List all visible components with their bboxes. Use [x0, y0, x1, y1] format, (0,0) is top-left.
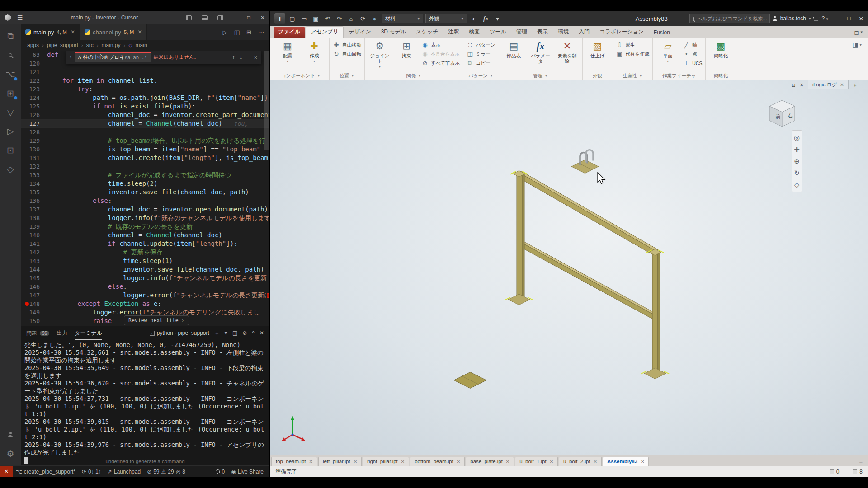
close-icon[interactable]: ✕ — [354, 459, 357, 464]
adjust-icon[interactable]: ◐ — [469, 14, 479, 23]
code-line-126[interactable]: 126 channel_doc = inventor.create_part_d… — [21, 111, 269, 119]
remote-indicator[interactable]: ✕ — [0, 466, 13, 477]
sync-item[interactable]: ⟳ 0↓ 1↑ — [79, 466, 104, 477]
code-line-137[interactable]: 137 channel_doc = inventor.open_document… — [21, 205, 269, 214]
ribbon-tab-スケッチ[interactable]: スケッチ — [411, 27, 443, 38]
ribbon-display-options[interactable]: ⊡▾ — [854, 30, 868, 38]
line-number[interactable]: 134 — [21, 179, 47, 188]
code-line-128[interactable]: 128 — [21, 128, 269, 136]
notifications-item[interactable]: 0 — [212, 466, 228, 477]
layout-button[interactable]: ⊞ — [246, 29, 251, 36]
ribbon-group-label[interactable]: コンポーネント▼ — [276, 72, 326, 80]
testing-icon[interactable]: ▽ — [0, 103, 21, 121]
panel-more-icon[interactable]: ⋯ — [109, 330, 115, 336]
material-ball-icon[interactable]: ● — [370, 14, 379, 23]
ribbon-group-label[interactable]: パターン▼ — [467, 72, 495, 80]
panel-tab-ターミナル[interactable]: ターミナル — [75, 326, 102, 340]
line-number[interactable]: 122 — [21, 76, 47, 85]
layout-sidebar-right-icon[interactable] — [217, 15, 223, 20]
code-line-127[interactable]: 127 channel = Channel(channel_doc)You, — [21, 119, 269, 128]
ribbon-group-label[interactable]: 生産性▼ — [616, 72, 650, 80]
ribbon-tab-コラボレーション[interactable]: コラボレーション — [595, 27, 648, 38]
ribbon-tab-管理[interactable]: 管理 — [512, 27, 532, 38]
doc-tab-bottom_beam.ipt[interactable]: bottom_beam.ipt✕ — [410, 457, 465, 466]
new-tab-icon[interactable]: ＋ — [853, 82, 858, 89]
ribbon-group-label[interactable]: 管理▼ — [502, 72, 579, 80]
ribbon-button-パターン[interactable]: ∷パターン — [467, 41, 495, 49]
doc-tab-left_pillar.ipt[interactable]: left_pillar.ipt✕ — [318, 457, 362, 466]
cursor-ai-icon[interactable]: ◇ — [0, 160, 21, 178]
ribbon-button-点[interactable]: •点 — [683, 50, 702, 58]
code-line-124[interactable]: 124 path = os.path.join(BASE_DIR, f"{ite… — [21, 94, 269, 102]
ribbon-button-表示[interactable]: ◉表示 — [421, 41, 460, 49]
appearance-combo[interactable]: 外観▾ — [425, 14, 467, 23]
code-line-136[interactable]: 136 else: — [21, 197, 269, 205]
line-number[interactable]: 148 — [21, 300, 47, 308]
code-line-139[interactable]: 139 # 既存のモデルの長さを更新 — [21, 222, 269, 231]
viewport-close-icon[interactable]: ✕ — [800, 82, 804, 88]
line-number[interactable]: 141 — [21, 239, 47, 248]
line-number[interactable]: 149 — [21, 308, 47, 317]
code-line-133[interactable]: 133 # ファイルが完成するまで指定の時間待つ — [21, 171, 269, 179]
find-toggle-Aa[interactable]: Aa — [124, 55, 132, 60]
line-number[interactable]: 146 — [21, 282, 47, 291]
close-icon[interactable]: ✕ — [840, 82, 844, 87]
line-number[interactable]: 150 — [21, 317, 47, 325]
line-number[interactable]: 136 — [21, 197, 47, 205]
close-icon[interactable]: ✕ — [309, 459, 313, 464]
home-icon[interactable]: ⌂ — [346, 14, 356, 23]
find-in-selection-icon[interactable]: ≣ — [247, 54, 250, 61]
line-number[interactable]: 137 — [21, 205, 47, 214]
store-cart-icon[interactable] — [813, 17, 820, 21]
code-line-135[interactable]: 135 inventor.save_file(channel_doc, path… — [21, 188, 269, 197]
maximize-button[interactable]: □ — [847, 15, 851, 22]
line-number[interactable]: 143 — [21, 257, 47, 265]
look-at-icon[interactable]: ◇ — [794, 181, 800, 189]
doc-tab-Assembly83[interactable]: Assembly83✕ — [603, 457, 649, 466]
navigation-wheel-icon[interactable]: ◎ — [794, 134, 800, 142]
ribbon-tab-アセンブリ[interactable]: アセンブリ — [306, 26, 343, 38]
menu-icon[interactable]: ☰ — [17, 14, 23, 21]
line-number[interactable]: 121 — [21, 68, 47, 76]
close-icon[interactable]: ✕ — [594, 459, 597, 464]
line-number[interactable]: 147 — [21, 291, 47, 300]
live-share-item[interactable]: ◉ Live Share — [228, 466, 267, 477]
refresh-icon[interactable]: ⟳ — [358, 14, 368, 23]
close-icon[interactable]: ✕ — [641, 459, 644, 464]
close-button[interactable]: ✕ — [260, 14, 265, 21]
ribbon-button-派生[interactable]: ⇩派生 — [616, 41, 650, 49]
more-actions-button[interactable]: ⋯ — [258, 29, 264, 36]
close-panel-icon[interactable]: ✕ — [259, 330, 264, 336]
line-number[interactable]: 145 — [21, 274, 47, 282]
ribbon-button-ミラー[interactable]: ◫ミラー — [467, 50, 495, 58]
viewcube-front-label[interactable]: 前 — [775, 113, 781, 120]
line-number[interactable]: 142 — [21, 248, 47, 257]
line-number[interactable]: 120 — [21, 59, 47, 68]
code-editor[interactable]: 63def 120121122 for item in channel_list… — [21, 51, 269, 326]
ribbon-button-平面[interactable]: ▱平面▼ — [656, 40, 679, 64]
line-number[interactable]: 133 — [21, 171, 47, 179]
close-icon[interactable]: ✕ — [401, 459, 405, 464]
ribbon-tab-表示[interactable]: 表示 — [533, 27, 552, 38]
code-line-130[interactable]: 130 is_top_beam = item["name"] == "top_b… — [21, 145, 269, 154]
viewport-restore-icon[interactable]: ⊡ — [791, 82, 795, 88]
line-number[interactable]: 63 — [21, 51, 47, 59]
view-cube[interactable]: 前 右 — [764, 97, 800, 135]
find-input[interactable]: 左柱の中心面プロキシ Aaab.* — [75, 52, 151, 62]
ribbon-button-代替を作成[interactable]: ▣代替を作成 — [616, 50, 650, 58]
terminal-output[interactable]: 発生しました。', (0, None, None, None, 0, -2147… — [21, 340, 269, 465]
ribbon-button-自由移動[interactable]: ✚自由移動 — [333, 41, 361, 49]
close-tab-icon[interactable]: ✕ — [71, 29, 75, 35]
panel-tab-出力[interactable]: 出力 — [57, 326, 67, 340]
line-number[interactable]: 131 — [21, 154, 47, 162]
ribbon-group-label[interactable]: 簡略化 — [709, 72, 732, 80]
viewcube-right-label[interactable]: 右 — [787, 113, 793, 119]
open-icon[interactable]: ▭ — [299, 14, 309, 23]
ribbon-button-UCS[interactable]: ⊥UCS — [683, 59, 702, 67]
find-previous-icon[interactable]: ↑ — [232, 54, 235, 61]
code-line-140[interactable]: 140 channel = Channel(channel_doc) — [21, 231, 269, 239]
ribbon-tab-注釈[interactable]: 注釈 — [443, 27, 463, 38]
ribbon-button-拘束[interactable]: ⊞拘束 — [395, 40, 418, 58]
line-number[interactable]: 126 — [21, 111, 47, 119]
ribbon-button-配置[interactable]: ▦配置▼ — [276, 40, 299, 64]
